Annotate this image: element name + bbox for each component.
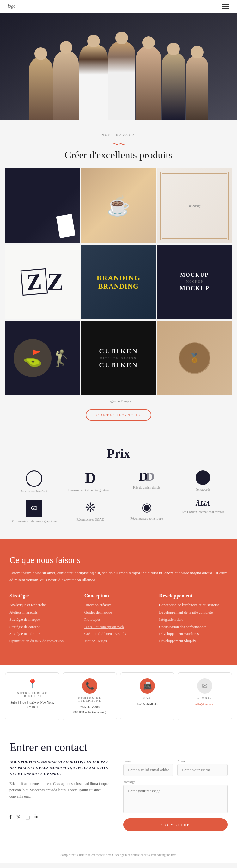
portfolio-item-8[interactable]: CUBIKEN KITCHEN DESIGN <box>81 320 156 396</box>
hamburger-menu[interactable] <box>223 4 229 8</box>
prix-title: Prix <box>8 446 229 470</box>
award-item-1: Prix du cercle créatif <box>8 470 61 494</box>
contact-left-col: NOUS POUVONS ASSURER LA FIABILITÉ, LES T… <box>9 759 114 831</box>
instagram-icon[interactable]: ◻ <box>25 814 30 821</box>
email-link[interactable]: hello@theme.co <box>194 702 215 706</box>
contact-form: Email Name Message SOUMETTRE <box>123 759 228 831</box>
service-item: Analytique et recherche <box>9 602 78 608</box>
service-item: Optimisation des performances <box>159 624 228 630</box>
service-item: Optimisation du taux de conversion <box>9 639 78 644</box>
portfolio-item-4[interactable]: Z <box>5 245 80 319</box>
name-field-wrap: Name <box>177 759 228 776</box>
service-col-developpement: Développement Conception de l'architectu… <box>159 593 228 646</box>
service-item: Stratégie de marque <box>9 617 78 622</box>
service-item: Prototypes <box>84 617 153 622</box>
section-title-travaux: Créer d'excellents produits <box>0 149 237 168</box>
email-label: Email <box>123 759 173 763</box>
service-link[interactable]: UX/UI et conception Web <box>84 625 124 629</box>
phone-icon: 📞 <box>82 678 97 693</box>
award-icon-8: ÄLiA <box>196 500 210 507</box>
service-item: Stratégie de contenu <box>9 624 78 630</box>
portfolio-item-5[interactable]: BRANDING <box>81 245 156 319</box>
social-icons: f 𝕏 ◻ in <box>9 807 114 824</box>
card-title-email: E-MAIL <box>198 696 212 699</box>
award-icon-7: ◉ <box>142 500 152 514</box>
contact-info-section: 📍 NOTRE BUREAU PRINCIPAL Suite 94 rue Br… <box>0 665 237 728</box>
location-icon: 📍 <box>27 678 38 689</box>
award-icon-6: ❊ <box>85 500 96 515</box>
service-item: Guides de marque <box>84 610 153 615</box>
contact-layout: NOUS POUVONS ASSURER LA FIABILITÉ, LES T… <box>9 759 228 831</box>
portfolio-grid: Yu Zhang Z BRANDING MOCKUP MOCKUP ⛳ CUBI… <box>0 168 237 396</box>
section-label-travaux: NOS TRAVAUX <box>0 120 237 140</box>
portfolio-item-2[interactable] <box>81 168 156 243</box>
service-link[interactable]: Intégration tiers <box>159 617 183 622</box>
portfolio-caption: Images de Freepik <box>0 396 237 404</box>
linkedin-icon[interactable]: in <box>34 814 39 821</box>
card-title-fax: FAX <box>143 696 151 699</box>
portfolio-item-1[interactable] <box>5 168 80 243</box>
service-col-title-strategie: Stratégie <box>9 593 78 599</box>
card-title-phone: NUMÉRO DE TÉLÉPHONE <box>67 696 113 702</box>
award-item-7: ◉ Récompenses point rouge <box>120 500 173 523</box>
card-title-bureau: NOTRE BUREAU PRINCIPAL <box>9 691 55 698</box>
award-icon-4: ⬡ <box>196 470 210 485</box>
entrer-subtitle: NOUS POUVONS ASSURER LA FIABILITÉ, LES T… <box>9 759 114 777</box>
contact-cards-grid: 📍 NOTRE BUREAU PRINCIPAL Suite 94 rue Br… <box>5 672 232 720</box>
message-input[interactable] <box>123 785 228 813</box>
award-label-3: Prix du design danois <box>133 486 160 490</box>
email-field-wrap: Email <box>123 759 173 776</box>
services-title: Ce que nous faisons <box>9 555 228 565</box>
portfolio-item-3[interactable]: Yu Zhang <box>157 168 232 243</box>
entrer-title: Entrer en contact <box>9 741 228 754</box>
award-icon-3: DD <box>139 470 155 483</box>
entrer-body: Etiam sit amet convallis est. Cras apten… <box>9 780 114 800</box>
service-col-strategie: Stratégie Analytique et recherche Atelie… <box>9 593 78 646</box>
award-item-4: ⬡ Pentawards <box>176 470 229 494</box>
service-col-conception: Conception Direction créative Guides de … <box>84 593 153 646</box>
service-list-developpement: Conception de l'architecture du système … <box>159 602 228 644</box>
card-value-email: hello@theme.co <box>194 702 215 707</box>
contact-card-bureau: 📍 NOTRE BUREAU PRINCIPAL Suite 94 rue Br… <box>5 672 59 720</box>
portfolio-item-7[interactable]: ⛳ <box>5 320 80 396</box>
message-label: Message <box>123 780 228 784</box>
portfolio-item-6[interactable]: MOCKUP MOCKUP <box>157 245 232 319</box>
twitter-icon[interactable]: 𝕏 <box>16 814 21 821</box>
hero-section <box>0 13 237 120</box>
services-intro-link[interactable]: ut labore et <box>159 570 177 575</box>
award-label-1: Prix du cercle créatif <box>21 489 47 494</box>
facebook-icon[interactable]: f <box>9 814 12 821</box>
service-item: Motion Design <box>84 639 153 644</box>
service-item: Stratégie numérique <box>9 631 78 637</box>
award-label-2: L'ensemble Dieline Design Awards <box>68 488 113 493</box>
wavy-deco: 〜〜 <box>0 140 237 149</box>
service-col-title-developpement: Développement <box>159 593 228 599</box>
logo: logo <box>8 4 15 9</box>
submit-button[interactable]: SOUMETTRE <box>123 818 228 831</box>
email-input[interactable] <box>123 764 173 776</box>
services-intro: Lorem ipsum dolor sit amet, consectetur … <box>9 569 228 584</box>
contact-card-phone: 📞 NUMÉRO DE TÉLÉPHONE 234-9876-5400888-0… <box>63 672 117 720</box>
hero-team-photo <box>0 13 237 120</box>
portfolio-item-9[interactable]: 🏅 <box>157 320 232 396</box>
footer-sample-text: Sample text. Click to select the text bo… <box>8 850 229 857</box>
service-link[interactable]: Optimisation du taux de conversion <box>9 639 64 643</box>
name-label: Name <box>177 759 228 763</box>
name-input[interactable] <box>177 764 228 776</box>
contactez-button[interactable]: CONTACTEZ-NOUS <box>86 409 151 421</box>
award-label-8: Les London International Awards <box>182 510 224 514</box>
contactez-btn-wrap: CONTACTEZ-NOUS <box>0 404 237 433</box>
service-list-conception: Direction créative Guides de marque Prot… <box>84 602 153 644</box>
award-label-4: Pentawards <box>196 488 210 492</box>
award-label-7: Récompenses point rouge <box>130 517 163 521</box>
email-icon: ✉ <box>197 678 212 693</box>
award-item-5: GD Prix américain de design graphique <box>8 500 61 523</box>
services-columns: Stratégie Analytique et recherche Atelie… <box>9 593 228 646</box>
form-row-email-name: Email Name <box>123 759 228 776</box>
award-icon-5: GD <box>26 500 42 517</box>
service-item: Création d'éléments visuels <box>84 631 153 637</box>
message-field-wrap: Message <box>123 780 228 814</box>
award-icon-2: D <box>85 470 96 486</box>
award-label-6: Récompenses D&AD <box>77 518 104 522</box>
award-label-5: Prix américain de design graphique <box>12 519 57 523</box>
